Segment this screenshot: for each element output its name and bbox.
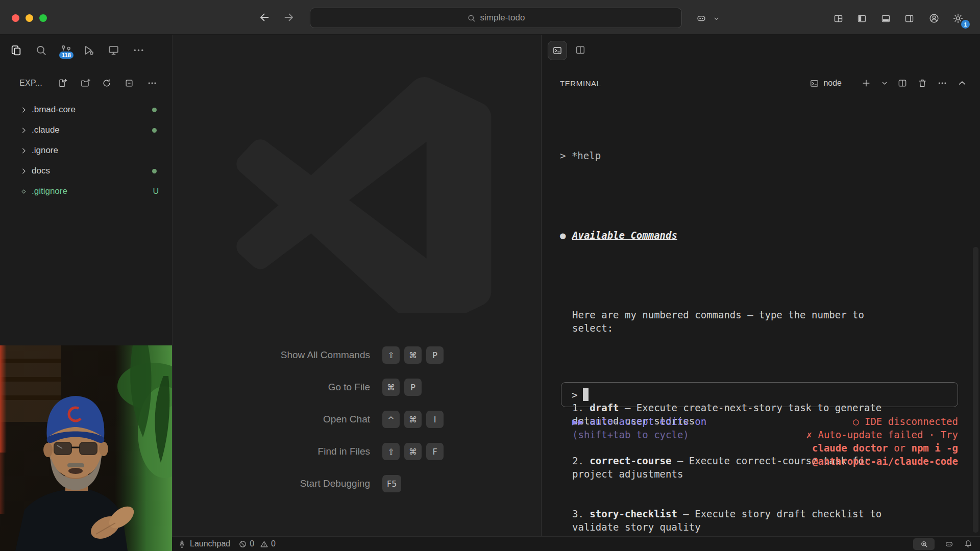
terminal-cursor [583, 388, 589, 401]
refresh-explorer-button[interactable] [101, 77, 113, 89]
shell-name: node [823, 79, 842, 88]
minimize-window-button[interactable] [26, 14, 33, 22]
shortcut-row-go-to-file: Go to File ⌘ P [173, 379, 541, 396]
shortcut-row-start-debugging: Start Debugging F5 [173, 475, 541, 492]
collapse-folders-button[interactable] [123, 77, 135, 89]
panel-tab-terminal[interactable] [548, 41, 567, 60]
split-icon [897, 78, 908, 88]
keycap: ⌘ [382, 379, 400, 396]
search-value: simple-todo [480, 13, 525, 23]
keycap: ^ [382, 411, 400, 428]
account-button[interactable] [928, 12, 940, 24]
launchpad-status-item[interactable]: Launchpad [178, 539, 230, 548]
panel-tab-split-view[interactable] [574, 44, 586, 56]
customize-layout-button[interactable] [832, 12, 844, 24]
explorer-view-button[interactable] [9, 43, 22, 57]
explorer-title: EXP... [19, 79, 42, 88]
new-file-button[interactable] [56, 77, 68, 89]
navigate-back-button[interactable] [258, 11, 271, 24]
terminal-header: TERMINAL node [542, 65, 980, 102]
update-hint-line: claude doctor or npm i -g [806, 441, 958, 455]
warning-count: 0 [271, 539, 276, 548]
git-diamond-icon [18, 188, 29, 195]
command-center-search[interactable]: simple-todo [310, 8, 682, 28]
terminal-command-line: > *help [560, 149, 964, 162]
chevron-right-icon [18, 127, 29, 134]
refresh-icon [102, 78, 112, 88]
maximize-panel-button[interactable] [957, 78, 968, 89]
ellipsis-icon [937, 78, 947, 88]
source-control-badge: 118 [58, 51, 75, 60]
keycap: ⌘ [404, 411, 422, 428]
split-terminal-button[interactable] [897, 78, 908, 89]
new-terminal-button[interactable] [861, 78, 872, 89]
bell-icon[interactable] [964, 539, 973, 548]
search-icon [35, 44, 47, 57]
shortcut-row-find-in-files: Find in Files ⇧ ⌘ F [173, 443, 541, 460]
search-icon [467, 14, 476, 22]
statusbar-right [913, 538, 973, 550]
layout-sidebar-left-icon [856, 13, 867, 24]
keycap: P [426, 346, 444, 364]
terminal-heading-line: ●Available Commands [560, 229, 964, 242]
keycap: ⇧ [382, 346, 400, 364]
modified-dot [152, 128, 157, 133]
input-prompt: > [572, 389, 577, 400]
new-file-icon [57, 78, 67, 88]
layout-panel-icon [880, 13, 891, 24]
terminal-shell-tab[interactable]: node [810, 79, 842, 88]
kill-terminal-button[interactable] [917, 78, 928, 89]
new-folder-button[interactable] [79, 77, 91, 89]
zoom-window-button[interactable] [39, 14, 47, 22]
copilot-icon [696, 13, 707, 24]
close-window-button[interactable] [12, 14, 19, 22]
git-untracked-badge: U [153, 187, 159, 196]
copilot-status-icon[interactable] [944, 539, 954, 549]
explorer-more-button[interactable] [146, 77, 158, 89]
terminal-intro-text: Here are my numbered commands — type the… [560, 308, 964, 335]
tree-item-claude[interactable]: .claude [0, 120, 172, 140]
terminal-title: TERMINAL [560, 79, 601, 88]
chevron-right-icon [18, 167, 29, 175]
run-debug-view-button[interactable] [82, 43, 95, 57]
window-controls [12, 14, 47, 22]
debug-icon [82, 44, 95, 57]
bullet-icon: ● [560, 229, 572, 242]
navigate-forward-button[interactable] [282, 11, 296, 24]
keycap: I [426, 411, 444, 428]
titlebar: simple-todo 1 [0, 0, 980, 35]
copilot-menu-button[interactable] [695, 12, 707, 24]
chevron-right-icon [18, 147, 29, 155]
webcam-overlay [0, 345, 172, 551]
tree-item-bmad-core[interactable]: .bmad-core [0, 99, 172, 120]
ellipsis-icon [132, 44, 145, 57]
zoom-status-item[interactable] [913, 538, 935, 550]
toggle-primary-sidebar-button[interactable] [855, 12, 868, 24]
tree-item-ignore[interactable]: .ignore [0, 140, 172, 161]
webcam-scene [0, 345, 172, 551]
terminal-output: > *help ●Available Commands Here are my … [560, 122, 964, 551]
terminal-more-button[interactable] [937, 78, 948, 89]
remote-explorer-view-button[interactable] [107, 43, 120, 57]
problems-status-item[interactable]: 0 0 [238, 539, 276, 548]
keycap: ⌘ [404, 346, 422, 364]
terminal-icon [810, 79, 819, 88]
tree-item-docs[interactable]: docs [0, 161, 172, 181]
editor-shortcuts-list: Show All Commands ⇧ ⌘ P Go to File ⌘ P O… [173, 346, 541, 492]
plus-icon [861, 78, 871, 88]
terminal-profile-dropdown[interactable] [880, 78, 888, 89]
keycap: F5 [382, 475, 401, 492]
activity-bar-more-button[interactable] [132, 43, 145, 57]
claude-input-box[interactable]: > [561, 382, 958, 407]
ellipsis-icon [147, 78, 157, 88]
ide-disconnected-text: ○ IDE disconnected [806, 415, 958, 428]
chevron-down-icon [881, 80, 888, 87]
maximize-icon [957, 78, 967, 88]
explorer-header: EXP... [0, 65, 172, 102]
search-view-button[interactable] [34, 43, 47, 57]
chevron-down-icon[interactable] [713, 15, 720, 22]
tree-item-gitignore[interactable]: .gitignore U [0, 181, 172, 202]
terminal-scrollbar[interactable] [973, 247, 978, 533]
toggle-panel-button[interactable] [879, 12, 892, 24]
toggle-secondary-sidebar-button[interactable] [903, 12, 915, 24]
